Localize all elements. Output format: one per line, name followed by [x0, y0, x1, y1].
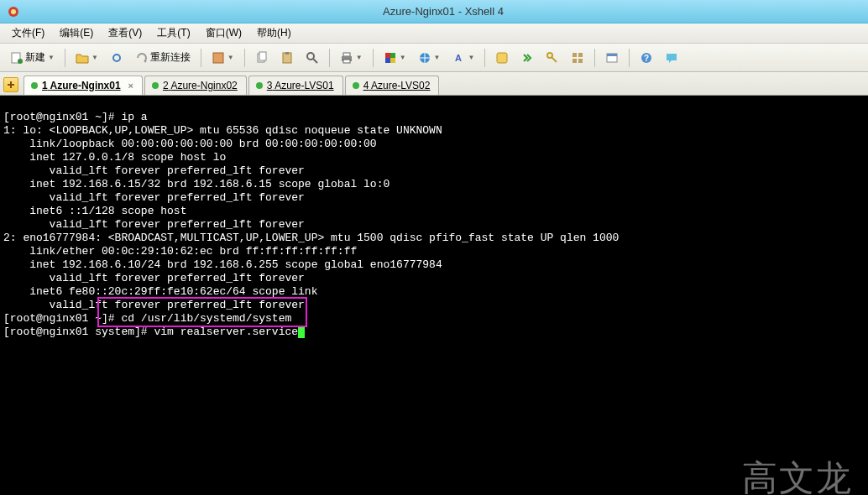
separator: [373, 49, 374, 67]
dropdown-icon: ▼: [468, 54, 475, 61]
terminal-line: [root@nginx01 ~]# ip a: [3, 111, 148, 123]
tab-azure-nginx02[interactable]: 2 Azure-Nginx02: [144, 76, 247, 95]
tab-close-button[interactable]: ×: [128, 81, 133, 91]
svg-rect-23: [578, 53, 583, 57]
separator: [594, 49, 595, 67]
svg-rect-4: [213, 53, 223, 63]
svg-rect-17: [390, 58, 395, 63]
svg-point-9: [307, 53, 314, 60]
menu-tools[interactable]: 工具(T): [150, 24, 196, 42]
tabbar: 1 Azure-Nginx01 × 2 Azure-Nginx02 3 Azur…: [0, 72, 868, 96]
terminal-line: 1: lo: <LOOPBACK,UP,LOWER_UP> mtu 65536 …: [3, 124, 442, 137]
print-button[interactable]: ▼: [335, 48, 368, 68]
svg-rect-14: [385, 53, 390, 58]
terminal-line: [root@nginx01 ~]# cd /usr/lib/systemd/sy…: [3, 312, 291, 325]
tab-label: 2 Azure-Nginx02: [163, 80, 238, 91]
separator: [329, 49, 330, 67]
terminal-line: link/loopback 00:00:00:00:00:00 brd 00:0…: [3, 138, 377, 150]
dropdown-icon: ▼: [92, 54, 98, 61]
tab-label: 1 Azure-Nginx01: [42, 80, 121, 91]
svg-rect-24: [573, 59, 577, 63]
paste-button[interactable]: [275, 48, 299, 68]
terminal-line: inet 127.0.0.1/8 scope host lo: [3, 151, 226, 164]
svg-line-10: [313, 59, 317, 63]
separator: [629, 49, 630, 67]
grid-button[interactable]: [566, 48, 589, 68]
svg-rect-13: [343, 60, 350, 63]
script-button[interactable]: [490, 48, 514, 68]
menu-file[interactable]: 文件(F): [5, 24, 51, 42]
reconnect-label: 重新连接: [150, 50, 191, 65]
globe-button[interactable]: ▼: [413, 48, 446, 68]
window-button[interactable]: [600, 48, 624, 68]
tab-azure-nginx01[interactable]: 1 Azure-Nginx01 ×: [24, 76, 143, 95]
terminal[interactable]: [root@nginx01 ~]# ip a 1: lo: <LOOPBACK,…: [0, 96, 868, 495]
separator: [65, 49, 65, 67]
toolbar: 新建 ▼ ▼ 重新连接 ▼ ▼ ▼ ▼ A ▼: [0, 44, 868, 72]
menubar: 文件(F) 编辑(E) 查看(V) 工具(T) 窗口(W) 帮助(H): [0, 23, 868, 44]
terminal-line: 2: eno16777984: <BROADCAST,MULTICAST,UP,…: [3, 232, 619, 244]
svg-point-1: [11, 9, 16, 14]
tab-label: 4 Azure-LVS02: [363, 80, 431, 91]
status-dot-icon: [256, 82, 263, 89]
copy-button[interactable]: [250, 48, 274, 68]
terminal-line: valid_lft forever preferred_lft forever: [3, 191, 305, 204]
menu-help[interactable]: 帮助(H): [250, 24, 298, 42]
svg-rect-16: [385, 58, 390, 63]
transfer-button[interactable]: [515, 48, 539, 68]
menu-window[interactable]: 窗口(W): [199, 24, 248, 42]
profile-button[interactable]: ▼: [207, 48, 239, 68]
help-button[interactable]: ?: [635, 48, 658, 68]
color-button[interactable]: ▼: [379, 48, 411, 68]
svg-rect-25: [578, 59, 583, 63]
menu-view[interactable]: 查看(V): [102, 24, 149, 42]
titlebar: Azure-Nginx01 - Xshell 4: [0, 0, 868, 23]
separator: [244, 49, 245, 67]
svg-rect-6: [259, 52, 266, 60]
terminal-line: valid_lft forever preferred_lft forever: [3, 218, 305, 231]
terminal-line: link/ether 00:0c:29:10:62:ec brd ff:ff:f…: [3, 245, 357, 258]
terminal-line: valid_lft forever preferred_lft forever: [3, 299, 305, 311]
dropdown-icon: ▼: [356, 54, 363, 61]
svg-rect-22: [573, 53, 577, 57]
svg-rect-8: [285, 52, 289, 55]
tab-add-button[interactable]: [3, 77, 18, 92]
tab-azure-lvs01[interactable]: 3 Azure-LVS01: [248, 76, 343, 95]
open-button[interactable]: ▼: [71, 48, 103, 68]
status-dot-icon: [353, 82, 359, 89]
dropdown-icon: ▼: [227, 54, 234, 61]
separator: [484, 49, 485, 67]
terminal-line: inet 192.168.6.10/24 brd 192.168.6.255 s…: [3, 258, 442, 271]
status-dot-icon: [152, 82, 159, 89]
svg-rect-11: [343, 53, 350, 56]
svg-line-21: [552, 57, 557, 62]
svg-rect-27: [607, 54, 617, 56]
menu-edit[interactable]: 编辑(E): [53, 24, 100, 42]
dropdown-icon: ▼: [48, 54, 55, 61]
search-button[interactable]: [301, 48, 324, 68]
terminal-line: valid_lft forever preferred_lft forever: [3, 272, 305, 284]
dropdown-icon: ▼: [400, 54, 406, 61]
terminal-line: valid_lft forever preferred_lft forever: [3, 164, 305, 177]
app-icon: [7, 5, 20, 18]
tab-azure-lvs02[interactable]: 4 Azure-LVS02: [345, 76, 440, 95]
new-button[interactable]: 新建 ▼: [5, 47, 60, 68]
separator: [201, 49, 201, 67]
status-dot-icon: [31, 82, 38, 89]
terminal-line: inet6 fe80::20c:29ff:fe10:62ec/64 scope …: [3, 285, 317, 298]
font-button[interactable]: A ▼: [447, 48, 480, 68]
new-label: 新建: [25, 50, 45, 65]
svg-rect-15: [390, 53, 395, 58]
terminal-line: inet6 ::1/128 scope host: [3, 205, 186, 217]
link-button[interactable]: [105, 48, 128, 68]
svg-text:A: A: [455, 53, 462, 63]
svg-point-3: [18, 59, 23, 64]
chat-button[interactable]: [660, 48, 683, 68]
watermark: 高文龙: [742, 472, 853, 485]
terminal-line: [root@nginx01 system]# vim realserver.se…: [3, 326, 298, 338]
terminal-line: inet 192.168.6.15/32 brd 192.168.6.15 sc…: [3, 178, 390, 190]
key-button[interactable]: [541, 48, 564, 68]
reconnect-button[interactable]: 重新连接: [130, 47, 196, 68]
dropdown-icon: ▼: [434, 54, 441, 61]
svg-text:?: ?: [644, 54, 649, 63]
